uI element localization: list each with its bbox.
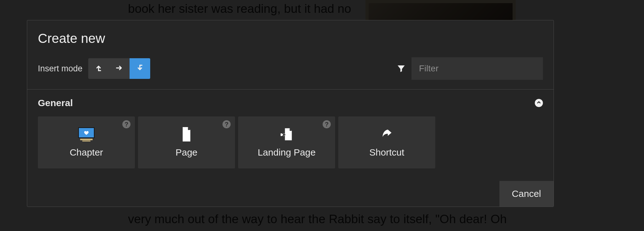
tile-grid: ? Chapter ? Page xyxy=(38,116,543,168)
modal-title: Create new xyxy=(38,31,543,46)
help-icon[interactable]: ? xyxy=(222,120,231,128)
modal-header: Create new xyxy=(27,20,554,46)
page-icon xyxy=(181,127,192,141)
arrow-up-turn-icon xyxy=(95,64,103,73)
insert-mode-group: Insert mode xyxy=(38,58,150,79)
tile-label: Landing Page xyxy=(258,147,315,158)
filter-input[interactable] xyxy=(411,57,543,80)
tile-label: Page xyxy=(176,147,197,158)
landing-page-icon xyxy=(280,127,294,141)
insert-inside-button[interactable] xyxy=(109,58,130,79)
tile-shortcut[interactable]: Shortcut xyxy=(338,116,435,168)
create-new-modal: Create new Insert mode xyxy=(27,20,554,207)
insert-before-button[interactable] xyxy=(88,58,109,79)
modal-toolbar: Insert mode xyxy=(27,46,554,89)
section-header: General xyxy=(38,98,543,108)
cancel-button[interactable]: Cancel xyxy=(499,181,554,207)
chevron-up-icon xyxy=(536,100,541,106)
arrow-right-icon xyxy=(115,64,123,73)
section-title: General xyxy=(38,98,73,108)
arrow-down-turn-icon xyxy=(136,64,144,73)
collapse-section-button[interactable] xyxy=(535,99,543,107)
shortcut-icon xyxy=(380,127,394,141)
tile-page[interactable]: ? Page xyxy=(138,116,235,168)
section-general: General ? Chapt xyxy=(27,90,554,181)
filter-icon xyxy=(396,64,406,73)
tile-chapter[interactable]: ? Chapter xyxy=(38,116,135,168)
tile-label: Shortcut xyxy=(369,147,404,158)
tile-label: Chapter xyxy=(70,147,103,158)
filter-group xyxy=(396,57,543,80)
help-icon[interactable]: ? xyxy=(122,120,130,128)
tile-landing-page[interactable]: ? Landing Page xyxy=(238,116,335,168)
insert-mode-label: Insert mode xyxy=(38,64,83,74)
modal-footer: Cancel xyxy=(27,181,554,207)
help-icon[interactable]: ? xyxy=(323,120,331,128)
insert-after-button[interactable] xyxy=(130,58,150,79)
insert-mode-segmented xyxy=(88,58,150,79)
chapter-icon xyxy=(78,127,95,141)
